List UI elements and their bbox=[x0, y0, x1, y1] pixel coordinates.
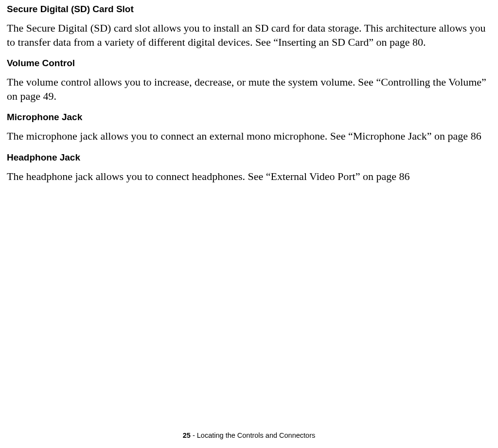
body-headphone-jack: The headphone jack allows you to connect… bbox=[7, 170, 491, 184]
heading-volume-control: Volume Control bbox=[7, 58, 491, 69]
heading-sd-card-slot: Secure Digital (SD) Card Slot bbox=[7, 4, 491, 15]
page-number: 25 bbox=[183, 431, 191, 439]
heading-microphone-jack: Microphone Jack bbox=[7, 112, 491, 123]
body-sd-card-slot: The Secure Digital (SD) card slot allows… bbox=[7, 21, 491, 49]
section-volume-control: Volume Control The volume control allows… bbox=[7, 58, 491, 103]
page-footer: 25 - Locating the Controls and Connector… bbox=[0, 431, 498, 439]
footer-separator: - bbox=[191, 431, 197, 439]
section-headphone-jack: Headphone Jack The headphone jack allows… bbox=[7, 152, 491, 184]
section-sd-card-slot: Secure Digital (SD) Card Slot The Secure… bbox=[7, 4, 491, 49]
body-microphone-jack: The microphone jack allows you to connec… bbox=[7, 129, 491, 143]
section-microphone-jack: Microphone Jack The microphone jack allo… bbox=[7, 112, 491, 143]
body-volume-control: The volume control allows you to increas… bbox=[7, 75, 491, 103]
footer-title: Locating the Controls and Connectors bbox=[197, 431, 315, 439]
heading-headphone-jack: Headphone Jack bbox=[7, 152, 491, 163]
